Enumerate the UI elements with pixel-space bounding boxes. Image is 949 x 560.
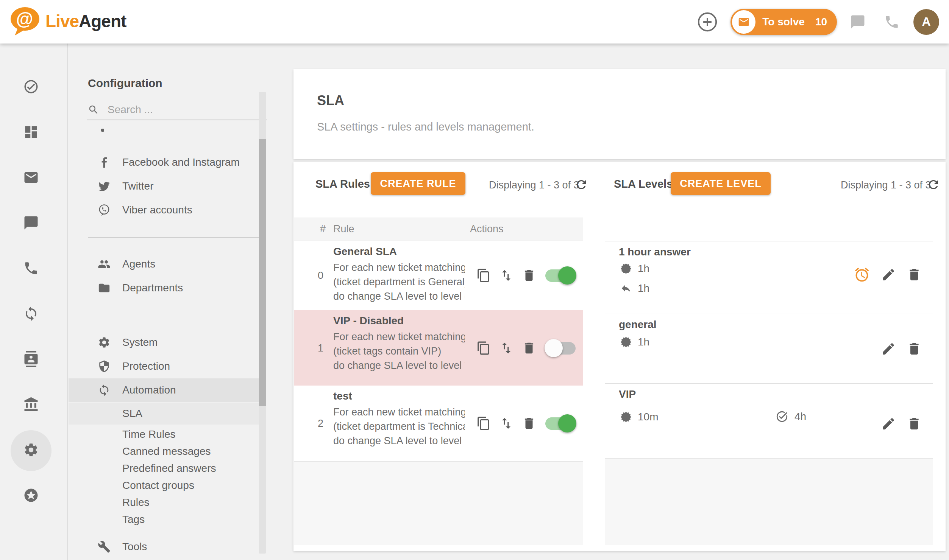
level-first-answer-value: 1h xyxy=(638,263,649,275)
user-avatar[interactable]: A xyxy=(913,9,939,35)
rule-condition-line: For each new ticket matching xyxy=(333,405,465,419)
rule-condition-line: (ticket department is General) xyxy=(333,275,465,289)
level-next-reply: 1h xyxy=(620,282,649,294)
sidebar-item-facebook[interactable]: Facebook and Instagram xyxy=(69,151,265,174)
rules-table-footer xyxy=(294,461,583,545)
level-next-reply-value: 1h xyxy=(638,282,649,294)
sidebar-scrollbar-thumb[interactable] xyxy=(259,139,266,406)
to-solve-button[interactable]: To solve 10 xyxy=(730,9,837,35)
star-circle-icon xyxy=(23,487,39,503)
rail-item-tickets[interactable] xyxy=(23,170,39,185)
top-bar: @ LiveAgent To solve 10 xyxy=(0,0,949,44)
rail-item-billing[interactable] xyxy=(23,397,39,412)
create-level-button[interactable]: CREATE LEVEL xyxy=(671,172,771,195)
rail-item-dashboard[interactable] xyxy=(23,124,39,140)
rules-panel-title: SLA Rules xyxy=(315,178,370,190)
sidebar-item-tags[interactable]: Tags xyxy=(69,511,265,528)
sidebar-item-protection[interactable]: Protection xyxy=(69,355,265,378)
reorder-icon[interactable] xyxy=(499,268,514,283)
to-solve-knob xyxy=(732,10,755,34)
levels-refresh-icon[interactable] xyxy=(927,178,940,191)
sidebar-item-label: Time Rules xyxy=(122,428,176,440)
wrench-icon xyxy=(98,540,111,553)
sidebar-item-twitter[interactable]: Twitter xyxy=(69,174,265,198)
sidebar-item-label: Tools xyxy=(122,541,147,553)
liveagent-logo[interactable]: @ LiveAgent xyxy=(8,5,126,37)
edit-icon[interactable] xyxy=(881,416,896,431)
time-seal-icon xyxy=(620,336,632,348)
add-new-button[interactable] xyxy=(694,9,721,35)
sidebar-item-automation[interactable]: Automation xyxy=(69,378,265,402)
copy-icon[interactable] xyxy=(476,268,491,283)
dashboard-icon xyxy=(23,124,39,140)
loop-icon xyxy=(23,306,39,322)
page-subtitle: SLA settings - rules and levels manageme… xyxy=(317,121,534,133)
level-name: VIP xyxy=(619,388,636,400)
page-header-card: SLA SLA settings - rules and levels mana… xyxy=(293,69,946,159)
level-first-answer-value: 1h xyxy=(638,336,649,348)
sidebar-item-system[interactable]: System xyxy=(69,331,265,354)
sidebar-item-time-rules[interactable]: Time Rules xyxy=(69,426,265,443)
time-seal-icon xyxy=(620,263,632,274)
sidebar-item-predefined-answers[interactable]: Predefined answers xyxy=(69,460,265,477)
sidebar-item-tools[interactable]: Tools xyxy=(69,535,265,558)
rules-refresh-icon[interactable] xyxy=(574,178,588,191)
delete-icon[interactable] xyxy=(907,416,922,431)
delete-icon[interactable] xyxy=(907,267,922,282)
rule-enabled-toggle[interactable] xyxy=(545,339,576,357)
sidebar-item-viber[interactable]: Viber accounts xyxy=(69,198,265,222)
sidebar-divider xyxy=(88,317,266,317)
reorder-icon[interactable] xyxy=(499,341,514,355)
edit-icon[interactable] xyxy=(881,267,896,282)
rule-condition-line: For each new ticket matching xyxy=(333,260,465,275)
gear-icon xyxy=(98,336,111,349)
rail-item-calls[interactable] xyxy=(23,260,39,276)
level-actions xyxy=(881,416,922,431)
configuration-sidebar: Configuration Facebook and Instagram Twi… xyxy=(69,44,293,560)
alarm-icon[interactable] xyxy=(854,266,870,283)
shield-icon xyxy=(98,360,111,373)
bank-icon xyxy=(23,397,39,412)
to-solve-label: To solve xyxy=(762,16,805,28)
level-row: VIP 10m 4h xyxy=(605,383,933,458)
sidebar-item-contact-groups[interactable]: Contact groups xyxy=(69,477,265,494)
liveagent-app: @ LiveAgent To solve 10 xyxy=(0,0,949,560)
rule-index: 0 xyxy=(318,270,323,282)
edit-icon[interactable] xyxy=(881,341,896,356)
calls-button[interactable] xyxy=(879,9,905,35)
sidebar-item-agents[interactable]: Agents xyxy=(69,252,265,276)
search-input[interactable] xyxy=(108,104,251,116)
chats-button[interactable] xyxy=(844,9,871,35)
rule-actions xyxy=(476,266,576,285)
chat-bubble-icon xyxy=(850,14,866,30)
copy-icon[interactable] xyxy=(476,416,491,431)
rail-item-starred[interactable] xyxy=(23,487,39,503)
sidebar-item-sla[interactable]: SLA xyxy=(69,403,265,425)
delete-icon[interactable] xyxy=(522,341,536,355)
rail-item-contacts[interactable] xyxy=(23,351,39,367)
delete-icon[interactable] xyxy=(907,341,922,356)
delete-icon[interactable] xyxy=(522,268,536,283)
copy-icon[interactable] xyxy=(476,341,491,355)
reorder-icon[interactable] xyxy=(499,416,514,431)
column-actions: Actions xyxy=(470,223,504,235)
rail-item-chats[interactable] xyxy=(23,215,39,231)
create-rule-button[interactable]: CREATE RULE xyxy=(371,172,465,195)
sidebar-item-rules[interactable]: Rules xyxy=(69,494,265,511)
rule-condition-line: (ticket tags contain VIP) xyxy=(333,344,465,358)
sidebar-item-canned-messages[interactable]: Canned messages xyxy=(69,443,265,460)
rail-item-loop[interactable] xyxy=(23,306,39,322)
envelope-icon xyxy=(738,16,750,28)
delete-icon[interactable] xyxy=(522,416,536,431)
rail-item-resolve[interactable] xyxy=(23,79,39,95)
agents-icon xyxy=(98,258,111,271)
rule-enabled-toggle[interactable] xyxy=(545,266,576,285)
sidebar-scrollbar[interactable] xyxy=(259,92,266,554)
sidebar-item-departments[interactable]: Departments xyxy=(69,276,265,300)
rail-item-configuration[interactable] xyxy=(23,442,39,458)
sidebar-item-label: Viber accounts xyxy=(122,204,192,216)
contacts-icon xyxy=(23,351,39,367)
rule-enabled-toggle[interactable] xyxy=(545,414,576,432)
mail-icon xyxy=(23,170,39,185)
brand-text: LiveAgent xyxy=(45,11,126,31)
